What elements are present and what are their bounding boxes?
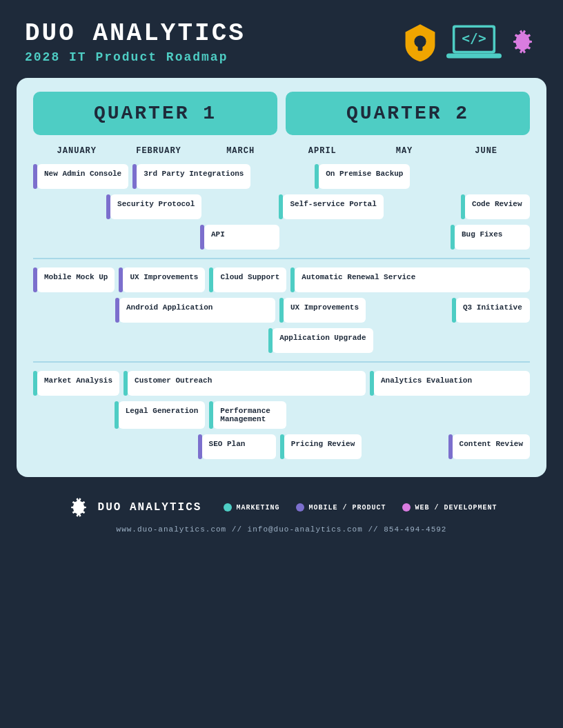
task-label: Automatic Renewal Service [295,267,530,292]
task-q3-initiative: Q3 Initiative [452,298,530,323]
header-icons: </> [399,19,538,64]
task-legal-generation: Legal Generation [115,401,206,429]
subtitle: 2028 IT Product Roadmap [25,50,246,64]
task-label: Customer Outreach [128,371,366,396]
legend-web-label: WEB / DEVELOPMENT [415,504,497,512]
task-cloud-support: Cloud Support [209,267,286,292]
laptop-icon: </> [446,19,502,64]
task-self-service: Self-service Portal [279,194,383,219]
task-market-analysis: Market Analysis [33,371,119,396]
task-analytics-evaluation: Analytics Evaluation [370,371,530,396]
section3-row2: Legal Generation Performance Management [33,401,530,429]
section2-row3: Application Upgrade [33,328,530,353]
task-security-protocol: Security Protocol [106,194,201,219]
section2-row2: Android Application UX Improvements Q3 I… [33,298,530,323]
task-on-premise: On Premise Backup [315,164,410,189]
task-content-review: Content Review [448,434,530,459]
header: DUO ANALYTICS 2028 IT Product Roadmap </… [0,0,563,78]
task-label: API [204,225,279,250]
month-june: JUNE [445,146,527,156]
header-title: DUO ANALYTICS 2028 IT Product Roadmap [25,19,246,64]
task-label: Analytics Evaluation [374,371,530,396]
bar [280,434,284,459]
section3-row3: SEO Plan Pricing Review Content Review [33,434,530,459]
task-label: Legal Generation [119,401,206,429]
footer-brand-name: DUO ANALYTICS [98,501,202,514]
footer-contact: www.duo-analytics.com // info@duo-analyt… [117,525,447,534]
footer-gear-icon [66,495,91,520]
dot-marketing [224,503,232,512]
company-name: DUO ANALYTICS [25,19,246,48]
task-label: Market Analysis [37,371,119,396]
task-android-application: Android Application [115,298,275,323]
task-customer-outreach: Customer Outreach [124,371,366,396]
month-may: MAY [364,146,446,156]
task-label: Application Upgrade [273,328,373,353]
legend-mobile: MOBILE / PRODUCT [296,503,386,512]
footer: DUO ANALYTICS MARKETING MOBILE / PRODUCT… [0,483,563,546]
legend-web: WEB / DEVELOPMENT [402,503,497,512]
task-label: Self-service Portal [283,194,383,219]
task-label: UX Improvements [284,298,366,323]
section1-row2: Security Protocol Self-service Portal Co… [33,194,530,219]
quarter-1-header: QUARTER 1 [33,92,277,135]
task-label: 3rd Party Integrations [137,164,250,189]
divider-1 [33,258,530,259]
task-ux-improvements-1: UX Improvements [119,267,205,292]
svg-text:</>: </> [462,30,486,46]
section3-row1: Market Analysis Customer Outreach Analyt… [33,371,530,396]
task-pricing-review: Pricing Review [280,434,362,459]
task-new-admin-console: New Admin Console [33,164,128,189]
quarters-row: QUARTER 1 QUARTER 2 [33,92,530,135]
legend-marketing-label: MARKETING [236,504,279,512]
footer-brand: DUO ANALYTICS [66,495,202,520]
task-label: Q3 Initiative [456,298,530,323]
month-february: FEBRUARY [118,146,200,156]
dot-mobile [296,503,304,512]
section1-row3: API Bug Fixes [33,225,530,250]
section-2: Mobile Mock Up UX Improvements Cloud Sup… [33,267,530,353]
footer-top: DUO ANALYTICS MARKETING MOBILE / PRODUCT… [25,495,538,520]
svg-rect-4 [446,53,502,58]
svg-rect-1 [418,45,423,51]
bar [115,401,119,429]
section1-row1: New Admin Console 3rd Party Integrations… [33,164,530,189]
task-label: Android Application [119,298,275,323]
task-label: UX Improvements [123,267,205,292]
task-label: On Premise Backup [319,164,410,189]
months-row: JANUARY FEBRUARY MARCH APRIL MAY JUNE [33,146,530,156]
divider-2 [33,361,530,363]
month-march: MARCH [199,146,282,156]
shield-icon [399,21,441,63]
main-content: QUARTER 1 QUARTER 2 JANUARY FEBRUARY MAR… [17,78,546,477]
task-label: SEO Plan [202,434,276,459]
task-label: Bug Fixes [455,225,530,250]
task-3rd-party: 3rd Party Integrations [132,164,250,189]
task-application-upgrade: Application Upgrade [268,328,373,353]
task-label: Pricing Review [284,434,362,459]
bar [198,434,202,459]
task-bug-fixes: Bug Fixes [451,225,530,250]
task-api: API [200,225,279,250]
task-mobile-mockup: Mobile Mock Up [33,267,115,292]
legend-mobile-label: MOBILE / PRODUCT [308,504,386,512]
task-label: Content Review [453,434,530,459]
task-label: Code Review [465,194,530,219]
bar [448,434,453,459]
legend-marketing: MARKETING [224,503,279,512]
task-performance-management: Performance Management [209,401,286,429]
section-3: Market Analysis Customer Outreach Analyt… [33,371,530,459]
task-label: Security Protocol [110,194,201,219]
task-automatic-renewal: Automatic Renewal Service [290,267,530,292]
task-code-review: Code Review [461,194,530,219]
task-label: Mobile Mock Up [37,267,115,292]
task-label: New Admin Console [37,164,128,189]
gear-icon [507,26,538,57]
month-january: JANUARY [36,146,118,156]
task-label: Cloud Support [213,267,286,292]
footer-legend: MARKETING MOBILE / PRODUCT WEB / DEVELOP… [224,503,497,512]
dot-web [402,503,411,512]
task-ux-improvements-2: UX Improvements [279,298,366,323]
task-label: Performance Management [213,401,286,429]
section2-row1: Mobile Mock Up UX Improvements Cloud Sup… [33,267,530,292]
